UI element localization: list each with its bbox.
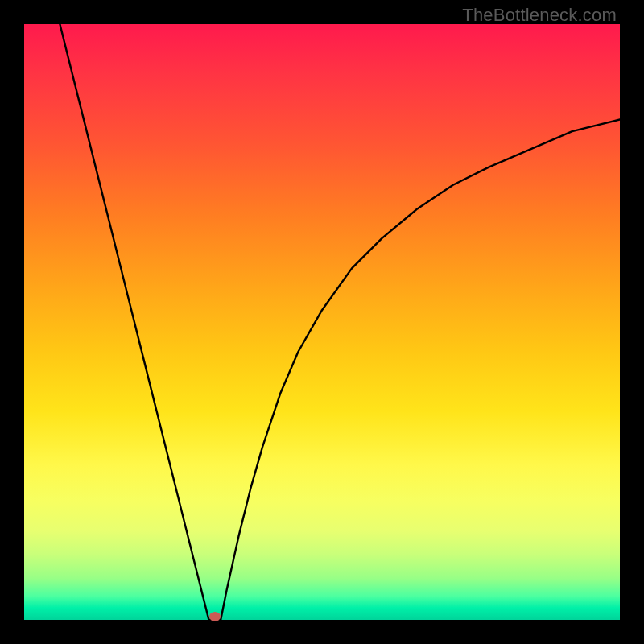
plot-area — [24, 24, 620, 620]
curve-path — [60, 24, 620, 620]
chart-frame: TheBottleneck.com — [0, 0, 644, 644]
bottleneck-curve — [24, 24, 620, 620]
watermark-text: TheBottleneck.com — [462, 5, 617, 26]
minimum-marker — [209, 612, 221, 621]
